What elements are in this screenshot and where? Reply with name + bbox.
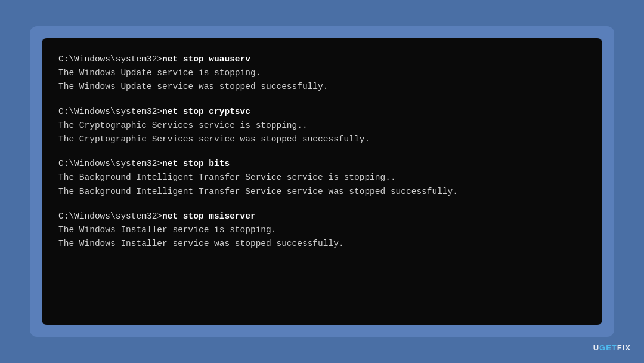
output-line-3-1: The Background Intelligent Transfer Serv… xyxy=(58,171,586,184)
output-line-4-2: The Windows Installer service was stoppe… xyxy=(58,237,586,251)
watermark: UGETFIX xyxy=(593,343,631,352)
watermark-fix: FIX xyxy=(617,343,631,352)
watermark-get: GET xyxy=(599,343,617,352)
cmd-line-4: C:\Windows\system32>net stop msiserver xyxy=(58,210,586,223)
cmd-line-1: C:\Windows\system32>net stop wuauserv xyxy=(58,53,586,66)
output-line-2-2: The Cryptographic Services service was s… xyxy=(58,133,586,146)
output-line-2-1: The Cryptographic Services service is st… xyxy=(58,119,586,133)
command-text-1: net stop wuauserv xyxy=(162,54,250,64)
prompt-1: C:\Windows\system32> xyxy=(58,54,162,64)
command-text-2: net stop cryptsvc xyxy=(162,107,250,116)
watermark-u: U xyxy=(593,343,599,352)
outer-container: C:\Windows\system32>net stop wuauservThe… xyxy=(30,26,614,337)
command-text-3: net stop bits xyxy=(162,159,230,168)
cmd-block-2: C:\Windows\system32>net stop cryptsvcThe… xyxy=(58,105,586,147)
output-line-3-2: The Background Intelligent Transfer Serv… xyxy=(58,185,586,199)
command-text-4: net stop msiserver xyxy=(162,211,256,221)
cmd-block-3: C:\Windows\system32>net stop bitsThe Bac… xyxy=(58,157,586,199)
output-line-1-1: The Windows Update service is stopping. xyxy=(58,66,586,80)
output-line-4-1: The Windows Installer service is stoppin… xyxy=(58,223,586,237)
output-line-1-2: The Windows Update service was stopped s… xyxy=(58,80,586,94)
prompt-4: C:\Windows\system32> xyxy=(58,211,162,221)
terminal-window: C:\Windows\system32>net stop wuauservThe… xyxy=(42,38,602,325)
prompt-2: C:\Windows\system32> xyxy=(58,107,162,116)
cmd-line-3: C:\Windows\system32>net stop bits xyxy=(58,157,586,171)
prompt-3: C:\Windows\system32> xyxy=(58,159,162,168)
cmd-block-4: C:\Windows\system32>net stop msiserverTh… xyxy=(58,210,586,251)
cmd-line-2: C:\Windows\system32>net stop cryptsvc xyxy=(58,105,586,119)
cmd-block-1: C:\Windows\system32>net stop wuauservThe… xyxy=(58,53,586,94)
